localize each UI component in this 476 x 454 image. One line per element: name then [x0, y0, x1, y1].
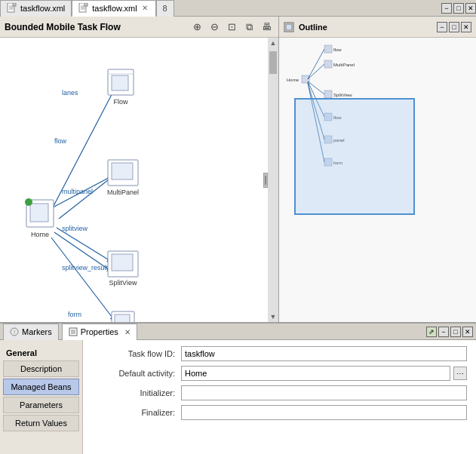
input-taskflow-id[interactable] [181, 346, 467, 361]
props-item-managed-beans[interactable]: Managed Beans [3, 379, 79, 395]
tab-markers[interactable]: ! Markers [3, 324, 59, 340]
diagram-title: Bounded Mobile Task Flow [5, 22, 121, 32]
input-wrap-taskflow-id [181, 346, 467, 361]
svg-rect-37 [115, 314, 130, 322]
tab-taskflow-2[interactable]: taskflow.xml ✕ [72, 0, 155, 17]
resize-handle[interactable] [263, 173, 268, 188]
svg-text:!: ! [14, 329, 15, 336]
tab-properties[interactable]: Properties ✕ [62, 324, 137, 340]
fit-btn[interactable]: ⊡ [224, 20, 239, 35]
bottom-panel: ! Markers Properties ✕ ⇗ − □ ✕ [0, 322, 476, 454]
scroll-up[interactable]: ▲ [269, 38, 278, 48]
svg-text:form: form [68, 311, 81, 318]
diagram-header: Bounded Mobile Task Flow ⊕ ⊖ ⊡ ⧉ 🖶 [0, 17, 278, 38]
svg-text:MultiPanel: MultiPanel [333, 63, 355, 67]
props-item-description[interactable]: Description [3, 360, 79, 377]
input-wrap-initializer [181, 385, 467, 400]
scroll-down[interactable]: ▼ [269, 311, 278, 322]
tab-label-1: taskflow.xml [20, 4, 65, 13]
tab-close-2[interactable]: ✕ [140, 4, 149, 12]
close-btn[interactable]: ✕ [465, 3, 476, 14]
tab-number-label: 8 [163, 4, 167, 13]
browse-default-activity-btn[interactable]: ⋯ [453, 367, 467, 380]
input-wrap-finalizer [181, 405, 467, 420]
outline-viewport-box[interactable] [294, 98, 415, 215]
tab-taskflow-1[interactable]: taskflow.xml [0, 0, 72, 17]
bottom-open-btn[interactable]: ⇗ [426, 327, 437, 337]
svg-rect-39 [286, 24, 292, 30]
window-controls: − □ ✕ [441, 3, 476, 14]
bottom-max-btn[interactable]: □ [450, 327, 461, 337]
svg-rect-34 [112, 254, 133, 271]
bottom-tabs-bar: ! Markers Properties ✕ ⇗ − □ ✕ [0, 324, 476, 340]
svg-line-12 [59, 177, 112, 219]
svg-text:splitview: splitview [62, 225, 88, 232]
input-default-activity[interactable] [181, 366, 450, 381]
minimize-btn[interactable]: − [441, 3, 452, 14]
outline-controls: − □ ✕ [437, 22, 471, 32]
print-btn[interactable]: 🖶 [259, 20, 274, 35]
props-icon [69, 327, 78, 336]
input-finalizer[interactable] [181, 405, 467, 420]
svg-text:Home: Home [31, 231, 49, 238]
outline-header: Outline − □ ✕ [279, 17, 476, 38]
top-tabs-bar: taskflow.xml taskflow.xml ✕ 8 − □ ✕ [0, 0, 476, 17]
form-row-default-activity: Default activity: ⋯ [92, 366, 467, 381]
properties-sidebar: General Description Managed Beans Parame… [0, 340, 83, 454]
svg-rect-30 [30, 204, 48, 222]
svg-line-47 [308, 49, 324, 79]
maximize-btn[interactable]: □ [453, 3, 464, 14]
svg-text:SplitView: SplitView [333, 93, 352, 97]
input-wrap-default-activity: ⋯ [181, 366, 467, 381]
svg-rect-43 [324, 90, 332, 98]
vertical-scrollbar[interactable]: ▲ ▼ [268, 38, 278, 322]
svg-text:flow: flow [333, 48, 342, 52]
tab-markers-label: Markers [22, 327, 52, 336]
input-initializer[interactable] [181, 385, 467, 400]
form-row-finalizer: Finalizer: [92, 405, 467, 420]
label-taskflow-id: Task flow ID: [92, 349, 175, 358]
label-default-activity: Default activity: [92, 369, 175, 378]
bottom-content: General Description Managed Beans Parame… [0, 340, 476, 454]
diagram-canvas[interactable]: lanes flow multipanel splitview splitvie… [0, 38, 278, 322]
label-initializer: Initializer: [92, 388, 175, 397]
marker-icon: ! [10, 327, 19, 336]
svg-text:Flow: Flow [113, 98, 128, 106]
props-item-return-values[interactable]: Return Values [3, 415, 79, 431]
properties-close[interactable]: ✕ [124, 328, 131, 336]
tab-label-2: taskflow.xml [92, 4, 137, 13]
diagram-svg: lanes flow multipanel splitview splitvie… [0, 38, 272, 322]
svg-rect-27 [112, 163, 133, 179]
svg-rect-6 [84, 3, 88, 6]
xml-icon-2 [78, 3, 89, 14]
svg-rect-24 [112, 75, 128, 90]
svg-text:lanes: lanes [62, 89, 78, 97]
svg-point-31 [25, 198, 32, 206]
zoom-in-btn[interactable]: ⊕ [189, 20, 204, 35]
scroll-thumb[interactable] [269, 51, 277, 74]
general-section-header: General [0, 346, 82, 360]
svg-text:SplitView: SplitView [109, 279, 137, 287]
svg-line-48 [308, 64, 324, 79]
zoom-out-btn[interactable]: ⊖ [207, 20, 222, 35]
bottom-toolbar: ⇗ − □ ✕ [426, 327, 473, 337]
bottom-min-btn[interactable]: − [438, 327, 449, 337]
xml-icon [7, 3, 17, 14]
outline-maximize[interactable]: □ [449, 22, 459, 32]
diagram-panel: Bounded Mobile Task Flow ⊕ ⊖ ⊡ ⧉ 🖶 [0, 17, 279, 339]
outline-minimize[interactable]: − [437, 22, 447, 32]
svg-text:MultiPanel: MultiPanel [107, 189, 139, 196]
outline-close[interactable]: ✕ [461, 22, 471, 32]
svg-text:splitview_result: splitview_result [62, 264, 109, 271]
outline-panel: Outline − □ ✕ [279, 17, 476, 339]
tab-number[interactable]: 8 [156, 0, 174, 17]
bottom-close-btn[interactable]: ✕ [462, 327, 473, 337]
svg-text:multipanel: multipanel [62, 188, 93, 195]
copy-btn[interactable]: ⧉ [241, 20, 256, 35]
props-item-parameters[interactable]: Parameters [3, 397, 79, 413]
svg-text:Home: Home [287, 78, 299, 82]
svg-line-15 [51, 238, 115, 321]
diagram-toolbar: ⊕ ⊖ ⊡ ⧉ 🖶 [189, 20, 274, 35]
svg-rect-41 [324, 60, 332, 68]
svg-rect-1 [13, 3, 16, 6]
